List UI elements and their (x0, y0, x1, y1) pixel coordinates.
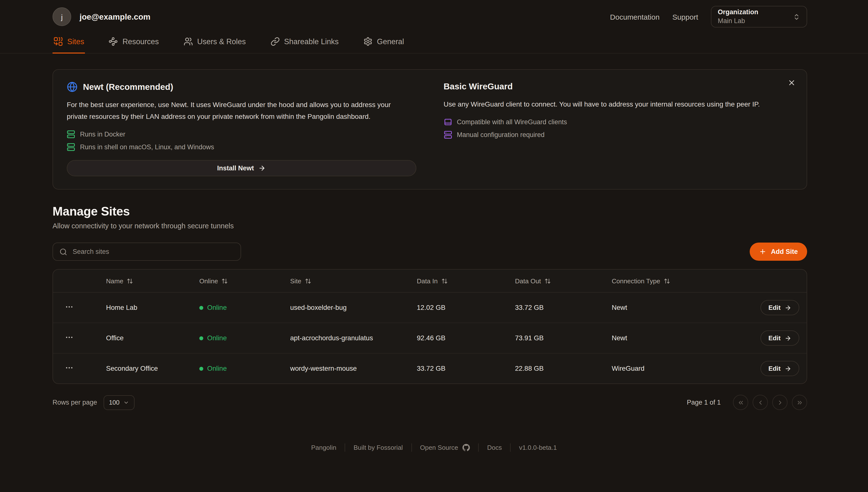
user-email: joe@example.com (79, 12, 150, 21)
search-icon (59, 248, 67, 255)
column-header-data-out[interactable]: Data Out (515, 277, 612, 285)
newt-option: Newt (Recommended) For the best user exp… (67, 81, 416, 176)
footer-docs-link[interactable]: Docs (487, 444, 502, 451)
gear-icon (363, 37, 373, 46)
organization-picker-value: Main Lab (718, 17, 758, 25)
data-out: 33.72 GB (515, 304, 612, 311)
chevron-left-icon (757, 399, 764, 406)
nav-support-link[interactable]: Support (672, 13, 698, 21)
edit-button[interactable]: Edit (761, 361, 799, 376)
sort-icon[interactable] (544, 278, 551, 284)
edit-button[interactable]: Edit (761, 330, 799, 346)
footer-version: v1.0.0-beta.1 (519, 444, 557, 451)
top-bar: j joe@example.com Documentation Support … (0, 0, 868, 28)
first-page-button[interactable] (733, 395, 748, 410)
tab-users-roles[interactable]: Users & Roles (182, 33, 247, 53)
feature-text: Runs in Docker (80, 131, 125, 138)
site-name: Secondary Office (106, 365, 199, 372)
page-title: Manage Sites (52, 204, 807, 219)
search-box (52, 243, 241, 261)
footer-open-source-link[interactable]: Open Source (420, 444, 470, 451)
table-row: Secondary Office Online wordy-western-mo… (53, 353, 807, 384)
tab-shareable-links[interactable]: Shareable Links (269, 33, 340, 53)
row-menu-icon[interactable] (63, 300, 76, 315)
feature-text: Manual configuration required (457, 131, 544, 139)
wireguard-feature: Manual configuration required (444, 131, 793, 139)
tab-label: Resources (123, 37, 159, 46)
feature-text: Compatible with all WireGuard clients (457, 118, 567, 126)
status-badge: Online (199, 365, 290, 372)
arrow-right-icon (258, 165, 266, 172)
footer-built-by-link[interactable]: Built by Fossorial (353, 444, 403, 451)
chevrons-up-down-icon (793, 13, 800, 20)
nav-documentation-link[interactable]: Documentation (610, 13, 660, 21)
organization-picker[interactable]: Organization Main Lab (711, 6, 807, 27)
page-subtitle: Allow connectivity to your network throu… (52, 222, 807, 230)
chevron-right-icon (776, 399, 783, 406)
wireguard-description: Use any WireGuard client to connect. You… (444, 98, 782, 110)
sort-icon[interactable] (441, 278, 447, 284)
site-name: Home Lab (106, 304, 199, 311)
avatar[interactable]: j (52, 7, 71, 26)
last-page-button[interactable] (792, 395, 807, 410)
sort-icon[interactable] (221, 278, 228, 284)
add-site-label: Add Site (771, 248, 798, 255)
tab-label: Shareable Links (284, 37, 339, 46)
tab-label: General (377, 37, 404, 46)
connection-type: Newt (612, 304, 733, 311)
combine-icon (53, 37, 63, 46)
site-id: wordy-western-mouse (290, 365, 417, 372)
rows-per-page-select[interactable]: 100 (104, 395, 134, 410)
data-out: 73.91 GB (515, 335, 612, 342)
table-row: Home Lab Online used-boxelder-bug 12.02 … (53, 293, 807, 323)
connection-type: WireGuard (612, 365, 733, 372)
table-header-row: Name Online Site Data In Data Out Connec… (53, 270, 807, 293)
online-dot-icon (199, 306, 203, 310)
previous-page-button[interactable] (753, 395, 768, 410)
rows-per-page-label: Rows per page (52, 399, 97, 406)
row-menu-icon[interactable] (63, 331, 76, 345)
search-input[interactable] (72, 247, 234, 256)
column-header-site[interactable]: Site (290, 277, 417, 285)
site-name: Office (106, 335, 199, 342)
online-dot-icon (199, 336, 203, 340)
sort-icon[interactable] (664, 278, 670, 284)
data-in: 33.72 GB (417, 365, 515, 372)
users-icon (183, 37, 193, 46)
globe-icon (67, 81, 78, 92)
chevrons-right-icon (796, 399, 803, 406)
github-icon (463, 444, 470, 451)
data-out: 22.88 GB (515, 365, 612, 372)
tab-label: Sites (67, 37, 84, 46)
add-site-button[interactable]: Add Site (750, 243, 807, 261)
server-icon (67, 143, 75, 151)
install-newt-label: Install Newt (217, 165, 254, 172)
sort-icon[interactable] (127, 278, 133, 284)
data-in: 92.46 GB (417, 335, 515, 342)
newt-title: Newt (Recommended) (83, 82, 173, 92)
data-in: 12.02 GB (417, 304, 515, 311)
tab-bar: Sites Resources Users & Roles Shareable … (0, 33, 868, 53)
next-page-button[interactable] (772, 395, 788, 410)
wireguard-option: Basic WireGuard Use any WireGuard client… (444, 81, 793, 176)
tab-sites[interactable]: Sites (52, 33, 85, 53)
row-menu-icon[interactable] (63, 361, 76, 376)
connection-type: Newt (612, 335, 733, 342)
column-header-data-in[interactable]: Data In (417, 277, 515, 285)
site-id: used-boxelder-bug (290, 304, 417, 311)
column-header-online[interactable]: Online (199, 277, 290, 285)
column-header-connection-type[interactable]: Connection Type (612, 277, 733, 285)
tab-resources[interactable]: Resources (108, 33, 160, 53)
column-header-name[interactable]: Name (106, 277, 199, 285)
divider (411, 443, 412, 452)
install-newt-button[interactable]: Install Newt (67, 160, 416, 176)
page-status: Page 1 of 1 (687, 399, 721, 406)
tab-label: Users & Roles (197, 37, 246, 46)
tab-general[interactable]: General (362, 33, 405, 53)
edit-button[interactable]: Edit (761, 300, 799, 315)
footer: Pangolin Built by Fossorial Open Source … (0, 443, 868, 452)
online-dot-icon (199, 367, 203, 370)
close-icon[interactable] (787, 78, 797, 88)
sort-icon[interactable] (305, 278, 311, 284)
pangolin-dashboard: j joe@example.com Documentation Support … (0, 0, 868, 492)
